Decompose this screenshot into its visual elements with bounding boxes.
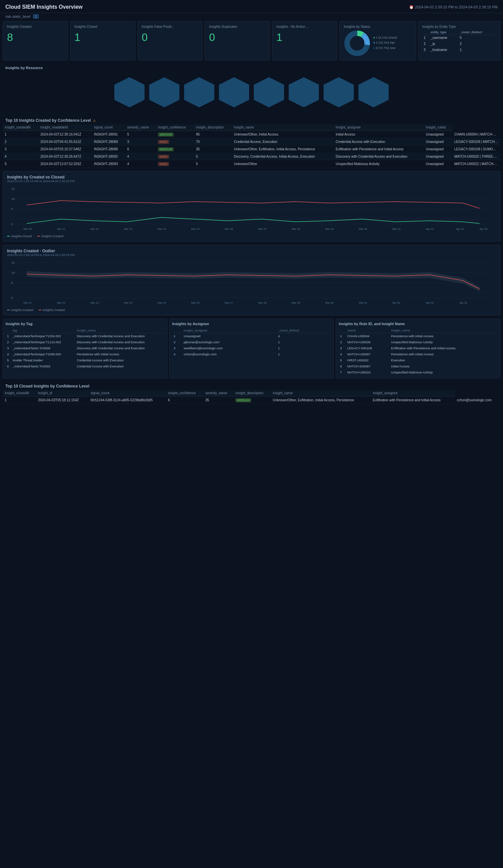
page-title: Cloud SIEM Insights Overview (6, 4, 83, 10)
entity-row: 1 _username 5 (422, 35, 496, 41)
metric-fp-value: 0 (142, 31, 199, 44)
risk-bar: risk.static_level 1 (0, 13, 503, 21)
svg-text:Apr 03: Apr 03 (480, 227, 488, 230)
assignee-col-title: Insights by Assignee (172, 322, 331, 326)
list-item: 1 CHAIN-U00004 Persistence with Initial … (339, 333, 497, 339)
svg-text:Mar 20: Mar 20 (23, 227, 32, 230)
line-chart1-title: Insights by Created vs Closed (7, 175, 496, 179)
svg-text:15: 15 (11, 187, 15, 190)
metric-closed-value: 1 (74, 31, 131, 44)
svg-text:Apr 03: Apr 03 (459, 301, 468, 304)
svg-text:10: 10 (11, 271, 15, 275)
svg-text:Mar 27: Mar 27 (258, 227, 266, 230)
line-chart2-box: Insights Created - Outlier 2024-03-20 2:… (3, 245, 500, 316)
table-row: 3 2024-04-03T03:15:37.548Z INSIGHT-28088… (3, 146, 500, 153)
metric-closed: Insights Closed 1 (70, 21, 135, 60)
resource-section-title: Insights by Resource (0, 63, 503, 71)
hex-item (217, 74, 251, 111)
hex-item (287, 74, 321, 111)
svg-text:Mar 31: Mar 31 (392, 227, 401, 230)
list-item: 7 MATCH-U00024 Unspecified Malicious Act… (339, 369, 497, 375)
metric-duplicates: Insights Duplicates 0 (205, 21, 270, 60)
hex-item (322, 74, 355, 111)
assignee-table: insight_assignee _count_distinct 1 Unass… (172, 328, 331, 357)
closed-title: Top 10 Closed Insights by Confidence Lev… (6, 384, 90, 389)
closed-header: Top 10 Closed Insights by Confidence Lev… (3, 382, 500, 390)
tag-table: tag insight_name 1 _mitreAttackTechnique… (6, 328, 164, 369)
list-item: 3 _mitreAttackTactic:TA0006 Discovery wi… (6, 345, 164, 351)
metric-false-positive: Insights False Positi... 0 (137, 21, 203, 60)
metric-created: Insights Created 8 (3, 21, 68, 60)
list-item: 5 Insider Threat:Insider Credential Acce… (6, 357, 164, 363)
list-item: 4 cchon@sumologic.com 1 (172, 351, 331, 357)
svg-text:Mar 21: Mar 21 (57, 227, 65, 230)
time-range: ⏰ 2024-04-02 2:39:15 PM to 2024-04-03 2:… (409, 5, 497, 9)
svg-text:Mar 28: Mar 28 (292, 227, 300, 230)
ruleid-col-title: Insights by Rule ID, and Insight Name (339, 322, 497, 326)
svg-text:Apr 01: Apr 01 (426, 227, 434, 230)
svg-text:Mar 25: Mar 25 (158, 301, 166, 304)
svg-text:Mar 29: Mar 29 (292, 301, 300, 304)
donut-labels: ● 1 (9.1%) closed ● 2 (18.2%) inpr ● 8 (… (373, 35, 397, 51)
svg-text:0: 0 (11, 223, 13, 226)
line-chart2-section: Insights Created - Outlier 2024-03-20 2:… (0, 245, 503, 316)
hex-grid (0, 71, 503, 116)
line-chart1-section: Insights by Created vs Closed 2024-03-20… (0, 171, 503, 241)
svg-text:Apr 02: Apr 02 (456, 227, 464, 230)
svg-text:5: 5 (11, 207, 13, 211)
table-row: 1 2024-04-03T12:35:16.041Z INSIGHT-28091… (3, 131, 500, 138)
metrics-row: Insights Created 8 Insights Closed 1 Ins… (0, 21, 503, 60)
top10-title: Top 10 Insights Created by Confidence Le… (6, 118, 91, 123)
chart1-legend: Insights-Closed Insights-Created (7, 235, 496, 238)
svg-text:Mar 27: Mar 27 (225, 301, 233, 304)
page-header: Cloud SIEM Insights Overview ⏰ 2024-04-0… (0, 0, 503, 13)
table-row: 4 2024-04-03T12:35:26.647Z INSIGHT-28092… (3, 153, 500, 161)
list-item: 2 pjkumar@sumologic.com 1 (172, 339, 331, 345)
metric-created-value: 8 (7, 31, 64, 44)
top10-section: Top 10 Insights Created by Confidence Le… (0, 116, 503, 168)
svg-text:Mar 30: Mar 30 (325, 301, 334, 304)
svg-text:Mar 22: Mar 22 (91, 227, 99, 230)
svg-text:Mar 24: Mar 24 (158, 227, 166, 230)
hex-item (182, 74, 216, 111)
svg-text:Mar 30: Mar 30 (359, 227, 367, 230)
metric-fp-label: Insights False Positi... (142, 25, 199, 29)
list-item: 4 _mitreAttackTechnique:T1598.003 Persis… (6, 351, 164, 357)
list-item: 1 Unassigned 4 (172, 333, 331, 339)
svg-text:10: 10 (11, 197, 15, 201)
svg-text:5: 5 (11, 281, 13, 285)
metric-na-value: 1 (276, 31, 333, 44)
status-new-label: ● 8 (72.7%) new (373, 46, 397, 51)
legend2-band: Insights-Created (7, 308, 33, 312)
legend-closed: Insights-Closed (7, 235, 32, 238)
line-chart2-title: Insights Created - Outlier (7, 249, 496, 253)
svg-marker-37 (27, 271, 480, 291)
list-item: 6 MATCH-S00087 Initial Access (339, 363, 497, 369)
top10-header: Top 10 Insights Created by Confidence Le… (3, 116, 500, 124)
metric-closed-label: Insights Closed (74, 25, 131, 29)
legend-created: Insights-Created (37, 235, 63, 238)
list-item: 2 _mitreAttackTechnique:T1110.003 Discov… (6, 339, 164, 345)
tag-col: Insights by Tag tag insight_name 1 _mitr… (3, 319, 167, 379)
entity-type-label: Insights by Entity Type (422, 25, 496, 29)
entity-row: 3 _hostname 1 (422, 47, 496, 53)
list-item: 1 _mitreAttackTechnique:T1204.002 Discov… (6, 333, 164, 339)
status-chart-card: Insights by Status ● 1 (9.1%) closed ● 2… (339, 21, 416, 60)
line-chart1-svg: 15 10 5 0 Mar 20 Mar 21 Mar 22 Mar 23 Ma… (7, 186, 496, 232)
closed-table: insight_closedAtinsight_idsignal_countin… (3, 390, 500, 404)
table-row: 5 2024-04-03T13:07:52.029Z INSIGHT-28093… (3, 161, 500, 168)
entity-row: 2 _ip 2 (422, 41, 496, 47)
hex-item (252, 74, 286, 111)
line-chart1-subtitle: 2024-03-20 2:39:19 PM to 2024-04-03 2:39… (7, 179, 496, 183)
svg-text:Mar 26: Mar 26 (191, 301, 200, 304)
svg-text:Mar 26: Mar 26 (225, 227, 233, 230)
svg-text:Mar 25: Mar 25 (191, 227, 200, 230)
svg-text:Mar 24: Mar 24 (124, 301, 133, 304)
status-chart-label: Insights by Status (344, 25, 412, 29)
top10-table: insight_createdAtinsight_readableIdsigna… (3, 124, 500, 168)
legend2-created: Insights-Created (39, 308, 65, 312)
metric-dup-value: 0 (209, 31, 265, 44)
list-item: 5 FIRST-U00002 Execution (339, 357, 497, 363)
svg-text:Mar 21: Mar 21 (23, 301, 32, 304)
svg-text:Mar 29: Mar 29 (325, 227, 334, 230)
